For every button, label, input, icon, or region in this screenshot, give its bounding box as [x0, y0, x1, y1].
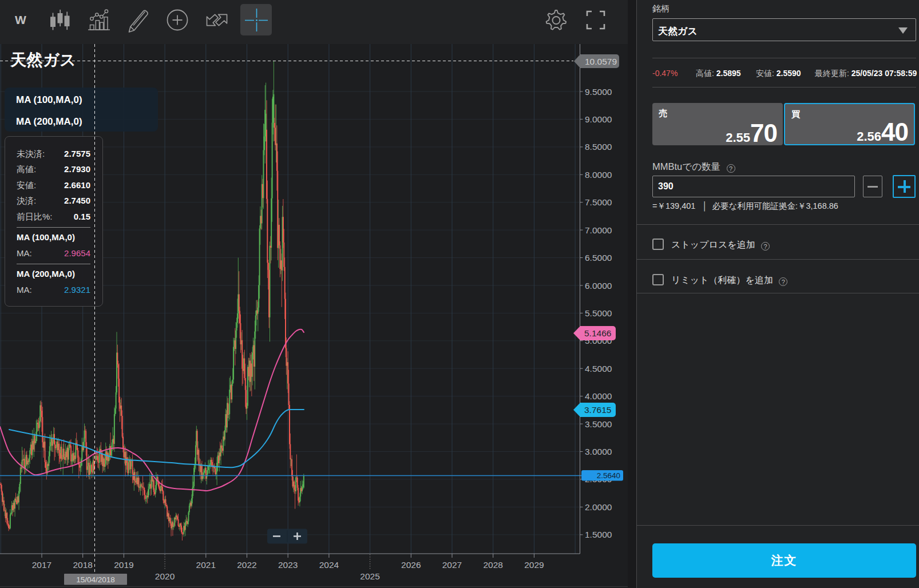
svg-text:6.0000: 6.0000 — [585, 281, 612, 291]
svg-text:10.0579: 10.0579 — [585, 57, 617, 66]
svg-text:2024: 2024 — [319, 560, 339, 570]
svg-text:1.5000: 1.5000 — [585, 530, 612, 539]
svg-text:2019: 2019 — [114, 560, 133, 570]
svg-text:2017: 2017 — [32, 560, 52, 570]
svg-text:2027: 2027 — [442, 560, 462, 570]
svg-text:6.5000: 6.5000 — [585, 253, 612, 263]
svg-text:2020: 2020 — [155, 571, 175, 581]
svg-text:2018: 2018 — [73, 560, 92, 570]
svg-text:15/04/2018: 15/04/2018 — [76, 575, 115, 584]
svg-text:2.0000: 2.0000 — [585, 502, 612, 512]
svg-text:4.0000: 4.0000 — [585, 391, 612, 401]
svg-text:5.5000: 5.5000 — [585, 308, 612, 318]
svg-text:2025: 2025 — [360, 571, 379, 581]
svg-text:8.5000: 8.5000 — [585, 142, 612, 152]
svg-text:7.0000: 7.0000 — [585, 225, 612, 235]
svg-text:3.7615: 3.7615 — [584, 405, 611, 415]
svg-text:2029: 2029 — [524, 560, 544, 570]
svg-text:3.5000: 3.5000 — [585, 419, 612, 429]
svg-text:9.0000: 9.0000 — [585, 114, 612, 124]
svg-text:4.5000: 4.5000 — [585, 364, 612, 374]
svg-text:2021: 2021 — [196, 560, 216, 570]
svg-text:3.0000: 3.0000 — [585, 447, 612, 456]
svg-text:8.0000: 8.0000 — [585, 170, 612, 180]
svg-text:7.5000: 7.5000 — [585, 197, 612, 207]
svg-text:9.5000: 9.5000 — [585, 87, 612, 97]
svg-text:2023: 2023 — [278, 560, 298, 570]
svg-text:2.5640: 2.5640 — [597, 471, 620, 480]
svg-text:5.1466: 5.1466 — [584, 328, 611, 338]
svg-text:2022: 2022 — [237, 560, 256, 570]
svg-text:2028: 2028 — [483, 560, 502, 570]
svg-text:2026: 2026 — [401, 560, 421, 570]
